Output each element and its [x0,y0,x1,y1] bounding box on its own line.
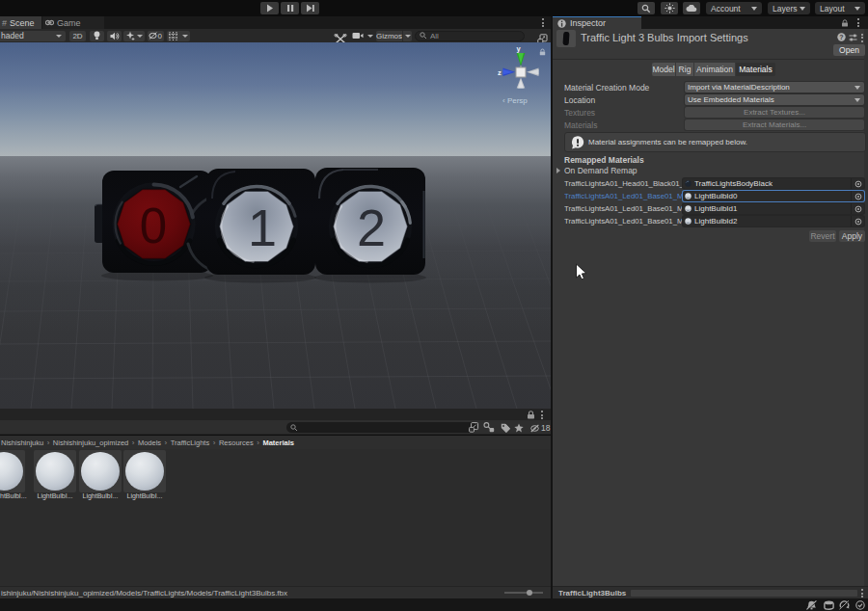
svg-text:1: 1 [248,199,277,256]
svg-text:y: y [517,44,522,53]
svg-text:?: ? [839,34,843,40]
svg-text:2: 2 [357,199,386,256]
svg-text:0: 0 [140,199,167,253]
svg-text:z: z [498,68,502,77]
